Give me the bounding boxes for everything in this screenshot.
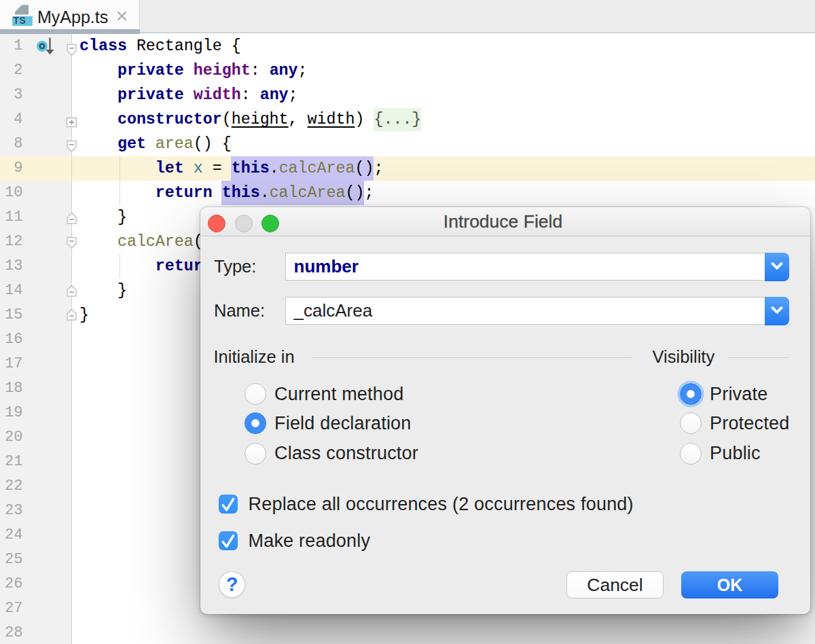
- svg-text:TS: TS: [13, 15, 26, 26]
